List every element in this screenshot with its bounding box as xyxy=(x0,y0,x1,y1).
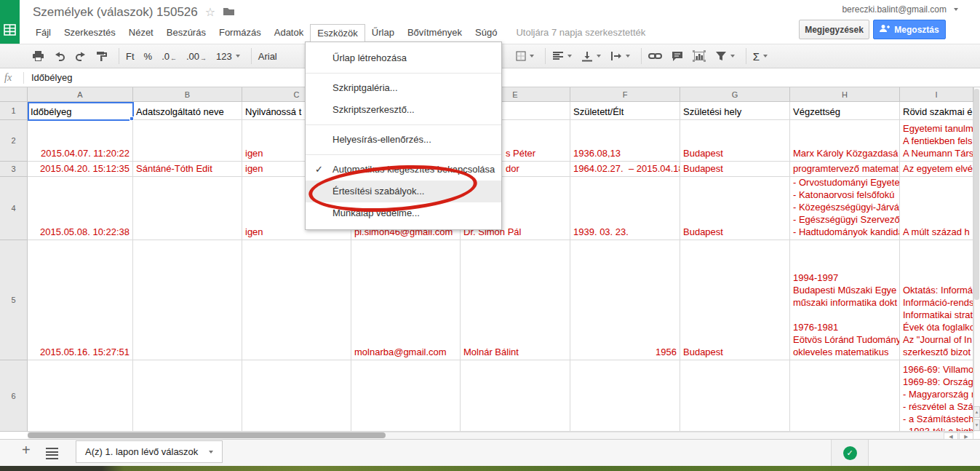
row-header-4[interactable]: 4 xyxy=(0,177,28,240)
cell-E5[interactable]: Molnár Bálint xyxy=(461,240,570,360)
cell-A1[interactable]: Időbélyeg xyxy=(28,102,133,120)
cell-I2[interactable]: Egyetemi tanulm A fentiekben fels A Neum… xyxy=(900,120,973,162)
filter-button[interactable] xyxy=(715,51,735,61)
row-header-3[interactable]: 3 xyxy=(0,162,28,177)
cell-H4[interactable]: - Orvostudományi Egyete - Katonaorvosi f… xyxy=(790,177,900,240)
row-header-6[interactable]: 6 xyxy=(0,360,28,432)
currency-format-button[interactable]: Ft xyxy=(126,51,135,62)
account-menu[interactable]: bereczki.balint@gmail.com xyxy=(842,4,958,15)
paint-format-button[interactable] xyxy=(96,50,108,62)
insert-link-button[interactable] xyxy=(648,52,662,60)
col-header-F[interactable]: F xyxy=(570,87,680,102)
cell-B2[interactable] xyxy=(133,120,242,162)
corner-cell[interactable] xyxy=(0,87,28,102)
cell-B5[interactable] xyxy=(133,240,242,360)
undo-button[interactable] xyxy=(54,50,65,62)
cell-G3[interactable]: Budapest xyxy=(680,162,790,177)
number-format-button[interactable]: 123 xyxy=(216,51,240,62)
functions-button[interactable]: Σ xyxy=(753,50,768,63)
cell-F1[interactable]: Született/Élt xyxy=(570,102,680,120)
menu-view[interactable]: Nézet xyxy=(122,24,160,41)
cell-A6[interactable] xyxy=(28,360,133,432)
cell-A3[interactable]: 2015.04.20. 15:12:35 xyxy=(28,162,133,177)
menu-addons[interactable]: Bővítmények xyxy=(401,24,469,41)
menu-item-autocomplete[interactable]: ✓Automatikus kiegészítés bekapcsolása xyxy=(306,159,501,181)
menu-item-script-editor[interactable]: Szkriptszerkesztő... xyxy=(306,99,501,121)
cell-H5[interactable]: 1994-1997 Budapesti Műszaki Egye műszaki… xyxy=(790,240,900,360)
menu-file[interactable]: Fájl xyxy=(29,24,57,41)
col-header-I[interactable]: I xyxy=(900,87,973,102)
cell-F4[interactable]: 1939. 03. 23. xyxy=(570,177,680,240)
all-sheets-button[interactable] xyxy=(46,448,58,459)
scroll-up-button[interactable]: ▲ xyxy=(973,406,980,418)
cell-H1[interactable]: Végzettség xyxy=(790,102,900,120)
sheet-tab[interactable]: A(z) 1. lapon lévő válaszok xyxy=(76,440,223,463)
document-title[interactable]: Személyek (válaszok) 150526 xyxy=(33,5,198,20)
menu-item-script-gallery[interactable]: Szkriptgaléria... xyxy=(306,77,501,99)
cell-D6[interactable] xyxy=(351,360,461,432)
col-header-G[interactable]: G xyxy=(680,87,790,102)
row-header-2[interactable]: 2 xyxy=(0,120,28,162)
horizontal-scrollbar-thumb[interactable] xyxy=(28,432,386,438)
cell-B1[interactable]: Adatszolgáltató neve xyxy=(133,102,242,120)
menu-item-notification-rules[interactable]: Értesítési szabályok... xyxy=(306,181,501,202)
cell-I5[interactable]: Oktatás: Informá Információ-rends Inform… xyxy=(900,240,973,360)
cell-H3[interactable]: programtervező matemat xyxy=(790,162,900,177)
folder-icon[interactable] xyxy=(223,6,235,19)
cell-G5[interactable]: Budapest xyxy=(680,240,790,360)
increase-decimal-button[interactable]: .00→ xyxy=(186,51,207,62)
menu-data[interactable]: Adatok xyxy=(268,24,310,41)
share-button[interactable]: Megosztás xyxy=(873,20,946,39)
print-button[interactable] xyxy=(32,50,44,62)
borders-button[interactable] xyxy=(516,51,534,61)
menu-item-spell-check[interactable]: Helyesírás-ellenőrzés... xyxy=(306,129,501,151)
menu-format[interactable]: Formázás xyxy=(212,24,268,41)
cell-H6[interactable] xyxy=(790,360,900,432)
col-header-A[interactable]: A xyxy=(28,87,133,102)
cell-G1[interactable]: Születési hely xyxy=(680,102,790,120)
cell-C6[interactable] xyxy=(242,360,351,432)
cell-I6[interactable]: 1966-69: Villamo 1969-89: Ország - Magya… xyxy=(900,360,973,432)
redo-button[interactable] xyxy=(75,50,87,62)
col-header-B[interactable]: B xyxy=(133,87,242,102)
cell-F3[interactable]: 1964.02.27. – 2015.04.18 xyxy=(570,162,680,177)
add-sheet-button[interactable]: + xyxy=(22,442,31,459)
menu-item-protect-sheet[interactable]: Munkalap védelme... xyxy=(306,202,501,224)
cell-G6[interactable] xyxy=(680,360,790,432)
formula-input[interactable]: Időbélyeg xyxy=(31,72,72,83)
cell-C5[interactable] xyxy=(242,240,351,360)
cell-D5[interactable]: molnarba@gmail.com xyxy=(351,240,461,360)
cell-I1[interactable]: Rövid szakmai é xyxy=(900,102,973,120)
insert-comment-button[interactable] xyxy=(672,51,683,62)
cell-A5[interactable]: 2015.05.16. 15:27:51 xyxy=(28,240,133,360)
row-header-1[interactable]: 1 xyxy=(0,102,28,120)
col-header-H[interactable]: H xyxy=(790,87,900,102)
menu-item-create-form[interactable]: Űrlap létrehozása xyxy=(306,47,501,69)
menu-insert[interactable]: Beszúrás xyxy=(160,24,212,41)
cell-F6[interactable] xyxy=(570,360,680,432)
menu-form[interactable]: Űrlap xyxy=(365,24,401,41)
cell-F2[interactable]: 1936.08,13 xyxy=(570,120,680,162)
insert-chart-button[interactable] xyxy=(693,50,706,62)
horizontal-align-button[interactable] xyxy=(552,51,572,61)
cell-I4[interactable]: A múlt század h xyxy=(900,177,973,240)
vertical-scrollbar-thumb[interactable] xyxy=(974,89,979,300)
cell-B4[interactable] xyxy=(133,177,242,240)
last-edit-status[interactable]: Utoljára 7 napja szerkesztették xyxy=(509,24,652,41)
comments-button[interactable]: Megjegyzések xyxy=(799,20,869,39)
menu-help[interactable]: Súgó xyxy=(469,24,503,41)
text-wrap-button[interactable] xyxy=(610,51,630,61)
cell-B6[interactable] xyxy=(133,360,242,432)
cell-B3[interactable]: Sántáné-Tóth Edit xyxy=(133,162,242,177)
vertical-align-button[interactable] xyxy=(581,51,601,62)
percent-format-button[interactable]: % xyxy=(144,51,153,62)
row-header-5[interactable]: 5 xyxy=(0,240,28,360)
cell-F5[interactable]: 1956 xyxy=(570,240,680,360)
decrease-decimal-button[interactable]: .0← xyxy=(162,51,177,62)
star-icon[interactable]: ☆ xyxy=(205,7,215,18)
fill-handle[interactable] xyxy=(130,116,134,121)
cell-A2[interactable]: 2015.04.07. 11:20:22 xyxy=(28,120,133,162)
menu-edit[interactable]: Szerkesztés xyxy=(57,24,122,41)
cell-A4[interactable]: 2015.05.08. 10:22:38 xyxy=(28,177,133,240)
scroll-down-button[interactable]: ▼ xyxy=(973,419,980,431)
